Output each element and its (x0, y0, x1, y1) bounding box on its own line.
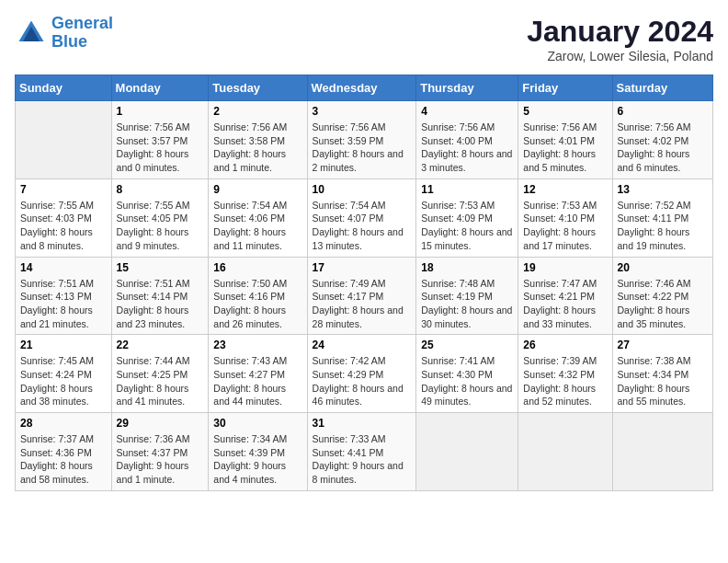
day-info: Sunrise: 7:52 AM Sunset: 4:11 PM Dayligh… (618, 199, 708, 253)
calendar-cell: 10 Sunrise: 7:54 AM Sunset: 4:07 PM Dayl… (307, 178, 416, 257)
day-number: 27 (618, 339, 708, 351)
calendar-cell: 30 Sunrise: 7:34 AM Sunset: 4:39 PM Dayl… (209, 413, 307, 491)
sunset-text: Sunset: 4:17 PM (313, 290, 412, 304)
sunset-text: Sunset: 4:19 PM (421, 290, 513, 304)
calendar-cell: 5 Sunrise: 7:56 AM Sunset: 4:01 PM Dayli… (518, 101, 612, 179)
sunset-text: Sunset: 3:58 PM (213, 134, 301, 148)
daylight-text: Daylight: 8 hours and 41 minutes. (117, 382, 204, 408)
day-number: 6 (618, 105, 708, 118)
day-info: Sunrise: 7:55 AM Sunset: 4:03 PM Dayligh… (20, 199, 107, 253)
day-number: 30 (213, 417, 301, 430)
day-info: Sunrise: 7:39 AM Sunset: 4:32 PM Dayligh… (523, 354, 607, 408)
sunrise-text: Sunrise: 7:43 AM (213, 354, 301, 368)
sunset-text: Sunset: 4:10 PM (523, 212, 607, 225)
sunset-text: Sunset: 4:37 PM (117, 446, 204, 460)
calendar-cell: 21 Sunrise: 7:45 AM Sunset: 4:24 PM Dayl… (16, 335, 112, 413)
daylight-text: Daylight: 8 hours and 46 minutes. (313, 382, 412, 408)
sunrise-text: Sunrise: 7:33 AM (313, 432, 412, 446)
calendar-cell: 18 Sunrise: 7:48 AM Sunset: 4:19 PM Dayl… (416, 257, 518, 335)
day-info: Sunrise: 7:55 AM Sunset: 4:05 PM Dayligh… (117, 199, 204, 253)
sunset-text: Sunset: 4:29 PM (313, 368, 412, 382)
calendar-cell: 27 Sunrise: 7:38 AM Sunset: 4:34 PM Dayl… (612, 335, 712, 413)
calendar-cell: 1 Sunrise: 7:56 AM Sunset: 3:57 PM Dayli… (111, 101, 209, 179)
sunset-text: Sunset: 4:01 PM (523, 134, 607, 148)
calendar-cell: 23 Sunrise: 7:43 AM Sunset: 4:27 PM Dayl… (209, 335, 307, 413)
daylight-text: Daylight: 8 hours and 49 minutes. (421, 382, 513, 408)
sunrise-text: Sunrise: 7:55 AM (117, 199, 204, 213)
header-friday: Friday (518, 75, 612, 101)
calendar-cell: 31 Sunrise: 7:33 AM Sunset: 4:41 PM Dayl… (307, 413, 416, 491)
sunrise-text: Sunrise: 7:44 AM (117, 354, 204, 368)
sunrise-text: Sunrise: 7:51 AM (117, 277, 204, 291)
day-info: Sunrise: 7:56 AM Sunset: 3:58 PM Dayligh… (213, 121, 301, 175)
sunrise-text: Sunrise: 7:56 AM (213, 121, 301, 134)
sunrise-text: Sunrise: 7:56 AM (313, 121, 412, 134)
daylight-text: Daylight: 8 hours and 33 minutes. (523, 304, 607, 330)
calendar-cell: 20 Sunrise: 7:46 AM Sunset: 4:22 PM Dayl… (612, 257, 712, 335)
calendar-cell: 11 Sunrise: 7:53 AM Sunset: 4:09 PM Dayl… (416, 178, 518, 257)
day-info: Sunrise: 7:53 AM Sunset: 4:09 PM Dayligh… (421, 199, 513, 253)
day-number: 19 (523, 261, 607, 274)
day-info: Sunrise: 7:49 AM Sunset: 4:17 PM Dayligh… (313, 277, 412, 331)
header-thursday: Thursday (416, 75, 518, 101)
day-number: 24 (313, 339, 412, 351)
sunrise-text: Sunrise: 7:54 AM (313, 199, 412, 213)
day-number: 2 (213, 105, 301, 118)
sunrise-text: Sunrise: 7:41 AM (421, 354, 513, 368)
day-info: Sunrise: 7:45 AM Sunset: 4:24 PM Dayligh… (20, 354, 107, 408)
day-number: 22 (117, 339, 204, 351)
sunrise-text: Sunrise: 7:56 AM (117, 121, 204, 134)
sunset-text: Sunset: 4:34 PM (618, 368, 708, 382)
day-number: 21 (20, 339, 107, 351)
sunrise-text: Sunrise: 7:51 AM (20, 277, 107, 291)
day-number: 10 (313, 183, 412, 196)
sunrise-text: Sunrise: 7:36 AM (117, 432, 204, 446)
day-info: Sunrise: 7:51 AM Sunset: 4:13 PM Dayligh… (20, 277, 107, 331)
calendar-week-4: 21 Sunrise: 7:45 AM Sunset: 4:24 PM Dayl… (16, 335, 713, 413)
page-header: General Blue January 2024 Zarow, Lower S… (15, 15, 713, 63)
sunset-text: Sunset: 4:32 PM (523, 368, 607, 382)
calendar-cell: 24 Sunrise: 7:42 AM Sunset: 4:29 PM Dayl… (307, 335, 416, 413)
calendar-cell (612, 413, 712, 491)
calendar-week-5: 28 Sunrise: 7:37 AM Sunset: 4:36 PM Dayl… (16, 413, 713, 491)
calendar-cell: 29 Sunrise: 7:36 AM Sunset: 4:37 PM Dayl… (111, 413, 209, 491)
day-info: Sunrise: 7:42 AM Sunset: 4:29 PM Dayligh… (313, 354, 412, 408)
sunrise-text: Sunrise: 7:47 AM (523, 277, 607, 291)
calendar-cell: 6 Sunrise: 7:56 AM Sunset: 4:02 PM Dayli… (612, 101, 712, 179)
day-number: 11 (421, 183, 513, 196)
logo: General Blue (15, 15, 113, 52)
calendar-week-1: 1 Sunrise: 7:56 AM Sunset: 3:57 PM Dayli… (16, 101, 713, 179)
calendar-cell: 28 Sunrise: 7:37 AM Sunset: 4:36 PM Dayl… (16, 413, 112, 491)
day-info: Sunrise: 7:41 AM Sunset: 4:30 PM Dayligh… (421, 354, 513, 408)
day-info: Sunrise: 7:47 AM Sunset: 4:21 PM Dayligh… (523, 277, 607, 331)
daylight-text: Daylight: 8 hours and 11 minutes. (213, 225, 301, 252)
day-info: Sunrise: 7:33 AM Sunset: 4:41 PM Dayligh… (313, 432, 412, 487)
daylight-text: Daylight: 8 hours and 55 minutes. (618, 382, 708, 408)
calendar-cell: 2 Sunrise: 7:56 AM Sunset: 3:58 PM Dayli… (209, 101, 307, 179)
daylight-text: Daylight: 8 hours and 9 minutes. (117, 225, 204, 252)
day-info: Sunrise: 7:54 AM Sunset: 4:06 PM Dayligh… (213, 199, 301, 253)
sunset-text: Sunset: 4:13 PM (20, 290, 107, 304)
sunrise-text: Sunrise: 7:38 AM (618, 354, 708, 368)
logo-line1: General (51, 14, 113, 32)
sunset-text: Sunset: 4:21 PM (523, 290, 607, 304)
day-number: 7 (20, 183, 107, 196)
sunrise-text: Sunrise: 7:53 AM (523, 199, 607, 213)
sunset-text: Sunset: 4:16 PM (213, 290, 301, 304)
day-info: Sunrise: 7:51 AM Sunset: 4:14 PM Dayligh… (117, 277, 204, 331)
sunset-text: Sunset: 4:14 PM (117, 290, 204, 304)
title-block: January 2024 Zarow, Lower Silesia, Polan… (527, 15, 713, 63)
day-info: Sunrise: 7:34 AM Sunset: 4:39 PM Dayligh… (213, 432, 301, 487)
sunrise-text: Sunrise: 7:48 AM (421, 277, 513, 291)
calendar-header: Sunday Monday Tuesday Wednesday Thursday… (16, 75, 713, 101)
daylight-text: Daylight: 8 hours and 0 minutes. (117, 147, 204, 174)
day-info: Sunrise: 7:56 AM Sunset: 4:00 PM Dayligh… (421, 121, 513, 175)
sunset-text: Sunset: 4:41 PM (313, 446, 412, 460)
day-number: 14 (20, 261, 107, 274)
day-number: 4 (421, 105, 513, 118)
daylight-text: Daylight: 9 hours and 4 minutes. (213, 459, 301, 486)
sunset-text: Sunset: 4:02 PM (618, 134, 708, 148)
calendar-cell: 12 Sunrise: 7:53 AM Sunset: 4:10 PM Dayl… (518, 178, 612, 257)
header-saturday: Saturday (612, 75, 712, 101)
day-info: Sunrise: 7:48 AM Sunset: 4:19 PM Dayligh… (421, 277, 513, 331)
